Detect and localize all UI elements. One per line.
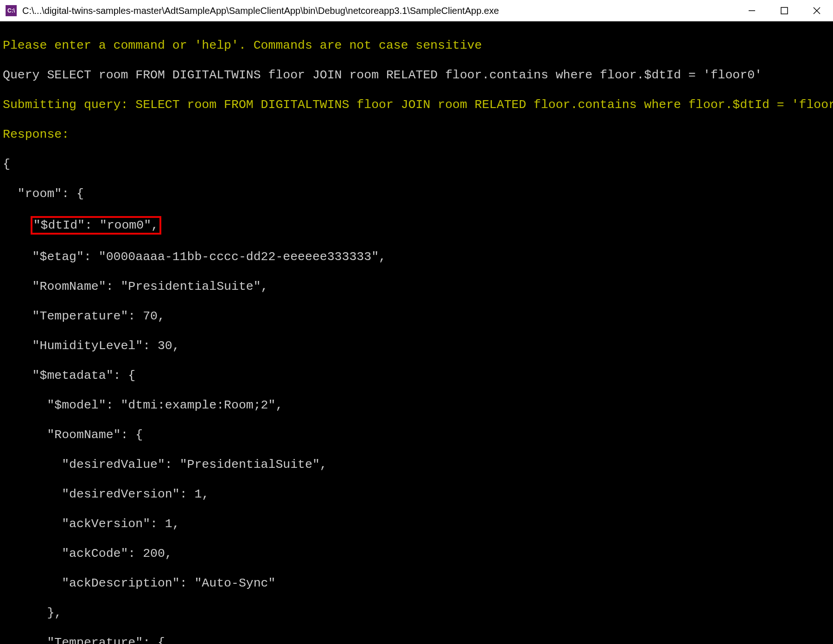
window-controls [736,0,833,21]
close-button[interactable] [801,0,833,21]
json-line: "Temperature": 70, [3,309,830,324]
response-label: Response: [3,127,830,142]
highlight-box: "$dtId": "room0", [31,216,161,235]
json-line: "HumidityLevel": 30, [3,338,830,353]
window-titlebar: C:\ C:\...\digital-twins-samples-master\… [0,0,833,21]
prompt-line: Please enter a command or 'help'. Comman… [3,38,830,53]
maximize-button[interactable] [768,0,801,21]
json-line: "ackVersion": 1, [3,516,830,531]
submitting-line: Submitting query: SELECT room FROM DIGIT… [3,97,830,112]
json-line: "ackCode": 200, [3,546,830,561]
json-line: { [3,157,830,172]
json-line: "$model": "dtmi:example:Room;2", [3,398,830,413]
terminal-output[interactable]: Please enter a command or 'help'. Comman… [0,21,833,644]
window-title: C:\...\digital-twins-samples-master\AdtS… [22,6,736,16]
json-line: "room": { [3,186,830,201]
minimize-button[interactable] [736,0,768,21]
json-line: "desiredVersion": 1, [3,487,830,502]
app-icon: C:\ [6,5,17,16]
query-command-line: Query SELECT room FROM DIGITALTWINS floo… [3,68,830,83]
json-line: "ackDescription": "Auto-Sync" [3,576,830,591]
json-line: "desiredValue": "PresidentialSuite", [3,457,830,472]
json-line: "Temperature": { [3,635,830,644]
json-line: "$etag": "0000aaaa-11bb-cccc-dd22-eeeeee… [3,249,830,264]
json-line: }, [3,606,830,620]
json-dtid-line: "$dtId": "room0", [3,216,830,235]
svg-rect-1 [781,7,788,14]
json-line: "$metadata": { [3,368,830,383]
json-line: "RoomName": "PresidentialSuite", [3,279,830,294]
json-line: "RoomName": { [3,427,830,442]
